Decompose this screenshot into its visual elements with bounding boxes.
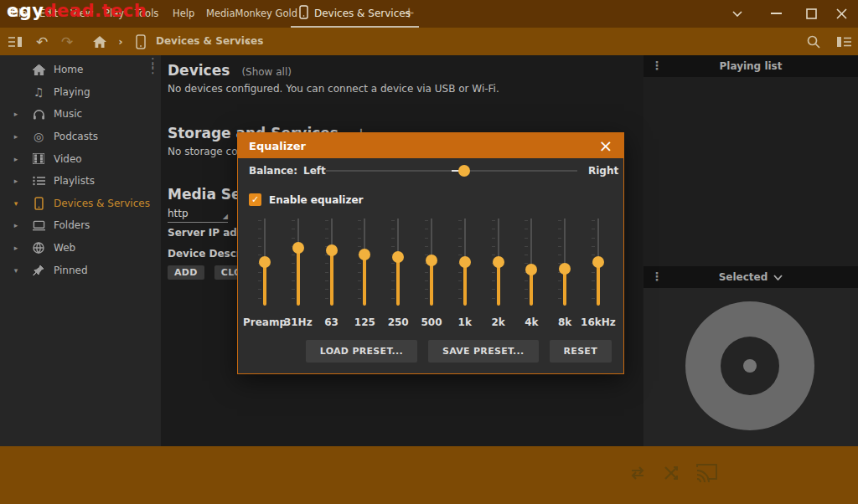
eq-slider-track[interactable] xyxy=(297,219,299,306)
close-icon[interactable]: × xyxy=(596,136,616,156)
home-icon[interactable] xyxy=(89,28,111,55)
eq-band-label: 1k xyxy=(458,316,472,328)
show-all-link[interactable]: (Show all) xyxy=(241,66,292,78)
eq-slider-track[interactable] xyxy=(498,219,499,306)
eq-slider-handle[interactable] xyxy=(559,263,571,275)
menu-help[interactable]: Help xyxy=(173,0,194,28)
balance-left-label: Left xyxy=(303,165,326,177)
expand-arrow-icon[interactable]: ▸ xyxy=(12,177,20,185)
breadcrumb-chevron-icon[interactable]: › xyxy=(243,28,253,55)
add-button[interactable]: ADD xyxy=(168,265,204,280)
reset-button[interactable]: RESET xyxy=(550,340,612,363)
panels-icon[interactable] xyxy=(833,28,855,55)
eq-band: 63 xyxy=(317,219,347,328)
eq-band: 2k xyxy=(483,219,514,328)
menu-mediamonkey-gold[interactable]: MediaMonkey Gold xyxy=(206,0,297,28)
sidebar-item-home[interactable]: Home xyxy=(0,59,161,81)
devices-heading: Devices xyxy=(168,62,230,79)
toolbar: ↶ ↷ › Devices & Services › xyxy=(0,28,858,55)
sidebar-item-playing[interactable]: ♫ Playing xyxy=(0,81,161,104)
eq-slider-handle[interactable] xyxy=(326,244,338,256)
breadcrumb-chevron-icon: › xyxy=(116,28,126,55)
sidebar-item-devices-services[interactable]: ▾ Devices & Services xyxy=(0,193,161,215)
expand-arrow-icon[interactable]: ▸ xyxy=(12,221,20,229)
sidebar-item-music[interactable]: ▸ Music xyxy=(0,103,161,126)
expand-arrow-icon[interactable]: ▸ xyxy=(12,110,20,118)
eq-band: 8k xyxy=(550,219,580,328)
search-icon[interactable] xyxy=(803,28,824,55)
playing-list-header[interactable]: ⋮ Playing list xyxy=(644,55,858,77)
eq-slider-handle[interactable] xyxy=(259,256,271,268)
selected-art-area xyxy=(644,288,858,446)
phone-icon xyxy=(299,5,308,22)
eq-slider-handle[interactable] xyxy=(493,256,504,268)
eq-band-label: Preamp xyxy=(243,316,287,328)
sidebar-item-web[interactable]: ▸ Web xyxy=(0,237,161,260)
eq-slider-handle[interactable] xyxy=(359,249,370,260)
expand-arrow-icon[interactable]: ▸ xyxy=(12,244,20,252)
expand-arrow-icon[interactable]: ▸ xyxy=(12,132,20,141)
sidebar-item-folders[interactable]: ▸ Folders xyxy=(0,214,161,237)
eq-slider-handle[interactable] xyxy=(292,242,304,254)
sidebar-item-podcasts[interactable]: ▸ ◎ Podcasts xyxy=(0,126,161,148)
enable-equalizer-row[interactable]: ✓ Enable equalizer xyxy=(249,193,364,206)
eq-band-label: 2k xyxy=(491,316,504,328)
save-preset-button[interactable]: SAVE PRESET... xyxy=(428,340,539,363)
sidebar: Home ♫ Playing ▸ Music ▸ ◎ Podcasts ▸ xyxy=(0,55,161,446)
panel-menu-dots-icon[interactable]: ⋮ xyxy=(651,59,663,72)
eq-band-label: 63 xyxy=(324,316,339,328)
eq-slider-handle[interactable] xyxy=(592,256,604,268)
dialog-buttons: LOAD PRESET... SAVE PRESET... RESET xyxy=(306,340,612,363)
eq-band-label: 500 xyxy=(421,316,442,328)
sidebar-item-video[interactable]: ▸ Video xyxy=(0,147,161,170)
eq-slider-handle[interactable] xyxy=(392,251,404,263)
dialog-titlebar[interactable]: Equalizer xyxy=(238,133,623,158)
close-button[interactable] xyxy=(830,0,853,28)
pin-icon xyxy=(30,265,47,276)
panel-menu-dots-icon[interactable]: ⋮⋮ xyxy=(147,60,159,72)
collapse-arrow-icon[interactable]: ▾ xyxy=(12,266,20,275)
redo-icon[interactable]: ↷ xyxy=(57,28,77,55)
minimize-button[interactable] xyxy=(764,0,788,28)
eq-slider-track[interactable] xyxy=(431,219,432,306)
eq-slider-track[interactable] xyxy=(530,219,532,306)
media-tree-icon[interactable] xyxy=(5,28,25,55)
cast-icon[interactable] xyxy=(694,460,719,487)
home-icon xyxy=(30,64,47,75)
eq-slider-handle[interactable] xyxy=(459,256,471,268)
panel-menu-dots-icon[interactable]: ⋮ xyxy=(651,270,663,283)
sidebar-item-playlists[interactable]: ▸ Playlists xyxy=(0,170,161,193)
eq-slider-track[interactable] xyxy=(331,219,333,306)
balance-handle[interactable] xyxy=(458,165,470,177)
eq-slider-track[interactable] xyxy=(464,219,466,306)
eq-slider-track[interactable] xyxy=(364,219,365,306)
checkbox-checked-icon[interactable]: ✓ xyxy=(249,193,261,206)
load-preset-button[interactable]: LOAD PRESET... xyxy=(306,340,417,363)
eq-slider-track[interactable] xyxy=(564,219,566,306)
collapse-arrow-icon[interactable]: ▾ xyxy=(12,199,20,208)
selected-header[interactable]: ⋮ Selected xyxy=(644,266,858,288)
eq-band-label: 250 xyxy=(388,316,409,328)
dropdown-corner-icon: ◢ xyxy=(223,213,228,220)
sidebar-item-pinned[interactable]: ▾ Pinned xyxy=(0,259,161,281)
eq-slider-track[interactable] xyxy=(597,219,599,306)
balance-label: Balance: xyxy=(249,165,297,177)
repeat-icon[interactable] xyxy=(627,462,649,487)
undo-icon[interactable]: ↶ xyxy=(32,28,52,55)
maximize-button[interactable] xyxy=(799,0,823,28)
new-tab-button[interactable]: + xyxy=(399,0,419,28)
chevron-down-icon[interactable] xyxy=(726,0,749,28)
protocol-dropdown[interactable]: http ◢ xyxy=(168,208,228,223)
expand-arrow-icon[interactable]: ▸ xyxy=(12,155,20,163)
eq-slider-handle[interactable] xyxy=(426,255,437,266)
playing-list-area[interactable] xyxy=(644,77,858,266)
eq-slider-handle[interactable] xyxy=(525,264,537,275)
mediamonkey-window: File Edit View Play Tools Help MediaMonk… xyxy=(0,0,858,504)
eq-slider-track[interactable] xyxy=(264,219,266,306)
eq-band-label: 4k xyxy=(525,316,538,328)
eq-slider-track[interactable] xyxy=(397,219,399,306)
tab-label: Devices & Services xyxy=(314,8,411,19)
globe-icon xyxy=(30,242,47,254)
shuffle-icon[interactable] xyxy=(661,462,683,487)
balance-slider[interactable] xyxy=(326,170,577,172)
